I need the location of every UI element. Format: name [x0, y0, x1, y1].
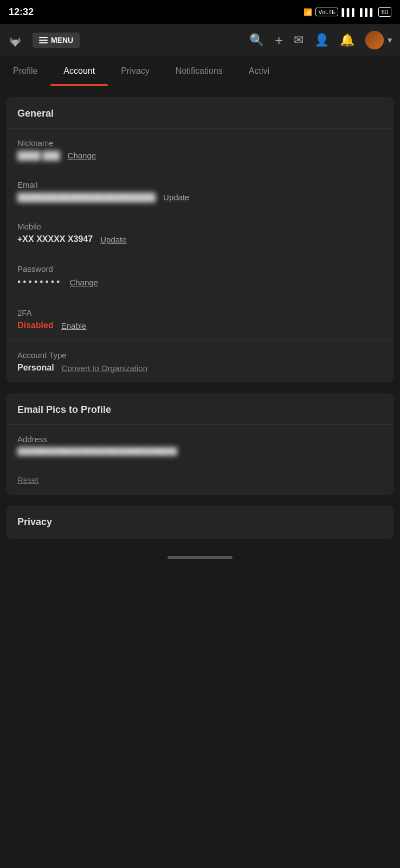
mail-icon[interactable]: ✉: [294, 33, 304, 47]
email-pics-section: Email Pics to Profile Address ██████████…: [7, 393, 393, 495]
home-indicator: [167, 556, 233, 559]
account-type-value-row: Personal Convert to Organization: [17, 363, 383, 373]
account-type-value: Personal: [17, 363, 54, 373]
email-pics-header: Email Pics to Profile: [7, 393, 393, 425]
content-area: General Nickname ████ ███ Change Email █…: [0, 97, 400, 539]
nickname-label: Nickname: [17, 138, 383, 148]
privacy-section-bottom: Privacy: [7, 506, 393, 539]
avatar: [365, 31, 384, 49]
mobile-value-row: +XX XXXXX X3947 Update: [17, 234, 383, 244]
privacy-section-content: Privacy: [7, 506, 393, 539]
account-type-label: Account Type: [17, 350, 383, 360]
account-type-field: Account Type Personal Convert to Organiz…: [7, 341, 393, 382]
user-icon[interactable]: 👤: [314, 33, 329, 47]
battery-icon: 60: [378, 7, 391, 17]
tab-privacy[interactable]: Privacy: [108, 56, 162, 86]
top-nav: MENU 🔍 + ✉ 👤 🔔 ▼: [0, 24, 400, 56]
menu-button[interactable]: MENU: [33, 33, 80, 48]
signal-icon-2: ▌▌▌: [360, 8, 375, 16]
password-field: Password •••••••• Change: [7, 254, 393, 298]
email-pics-address-field: Address ████████████████████████████████: [7, 425, 393, 465]
nickname-value: ████ ███: [17, 151, 60, 160]
password-change-button[interactable]: Change: [69, 278, 98, 287]
password-value-row: •••••••• Change: [17, 277, 383, 288]
password-label: Password: [17, 264, 383, 273]
mobile-update-button[interactable]: Update: [100, 235, 126, 244]
2fa-enable-button[interactable]: Enable: [61, 321, 87, 330]
tab-profile[interactable]: Profile: [0, 56, 50, 86]
privacy-title: Privacy: [17, 516, 52, 527]
2fa-value-row: Disabled Enable: [17, 321, 383, 330]
wifi-icon: 📶: [304, 8, 312, 16]
nickname-change-button[interactable]: Change: [68, 151, 96, 160]
search-icon[interactable]: 🔍: [249, 33, 264, 47]
hamburger-icon: [39, 37, 48, 43]
status-bar: 12:32 📶 VoLTE ▌▌▌ ▌▌▌ 60: [0, 0, 400, 24]
email-value: ████████████████████████: [17, 193, 156, 202]
address-label: Address: [17, 435, 383, 444]
tab-bar: Profile Account Privacy Notifications Ac…: [0, 56, 400, 86]
address-value-row: ████████████████████████████████: [17, 447, 383, 455]
logo-icon: [7, 31, 24, 49]
avatar-container[interactable]: ▼: [365, 31, 393, 49]
tab-activity[interactable]: Activi: [236, 56, 282, 86]
status-icons: 📶 VoLTE ▌▌▌ ▌▌▌ 60: [304, 7, 391, 17]
address-value: ████████████████████████████████: [17, 447, 177, 455]
tab-account[interactable]: Account: [50, 56, 108, 86]
general-section-header: General: [7, 97, 393, 129]
email-value-row: ████████████████████████ Update: [17, 193, 383, 202]
home-indicator-area: [0, 550, 400, 563]
mobile-value: +XX XXXXX X3947: [17, 234, 93, 244]
nickname-field: Nickname ████ ███ Change: [7, 129, 393, 170]
status-time: 12:32: [9, 7, 34, 18]
general-section: General Nickname ████ ███ Change Email █…: [7, 97, 393, 382]
nickname-value-row: ████ ███ Change: [17, 151, 383, 160]
add-icon[interactable]: +: [275, 32, 283, 49]
bell-icon[interactable]: 🔔: [340, 33, 354, 47]
general-title: General: [17, 108, 54, 119]
password-value: ••••••••: [17, 277, 62, 288]
2fa-label: 2FA: [17, 308, 383, 317]
vo-lte-icon: VoLTE: [315, 8, 338, 16]
reset-button[interactable]: Reset: [17, 475, 38, 484]
tab-notifications[interactable]: Notifications: [163, 56, 236, 86]
nav-icons: 🔍 + ✉ 👤 🔔 ▼: [249, 31, 393, 49]
email-field: Email ████████████████████████ Update: [7, 170, 393, 212]
convert-to-org-button[interactable]: Convert to Organization: [62, 363, 147, 373]
chevron-down-icon: ▼: [386, 36, 393, 44]
app-logo: [7, 31, 24, 49]
mobile-label: Mobile: [17, 222, 383, 231]
email-pics-reset-field: Reset: [7, 465, 393, 495]
2fa-field: 2FA Disabled Enable: [7, 298, 393, 341]
email-pics-title: Email Pics to Profile: [17, 404, 111, 415]
email-update-button[interactable]: Update: [163, 193, 189, 202]
signal-icon: ▌▌▌: [341, 8, 357, 16]
menu-label: MENU: [51, 36, 73, 44]
email-label: Email: [17, 180, 383, 189]
mobile-field: Mobile +XX XXXXX X3947 Update: [7, 212, 393, 254]
2fa-status: Disabled: [17, 321, 54, 330]
